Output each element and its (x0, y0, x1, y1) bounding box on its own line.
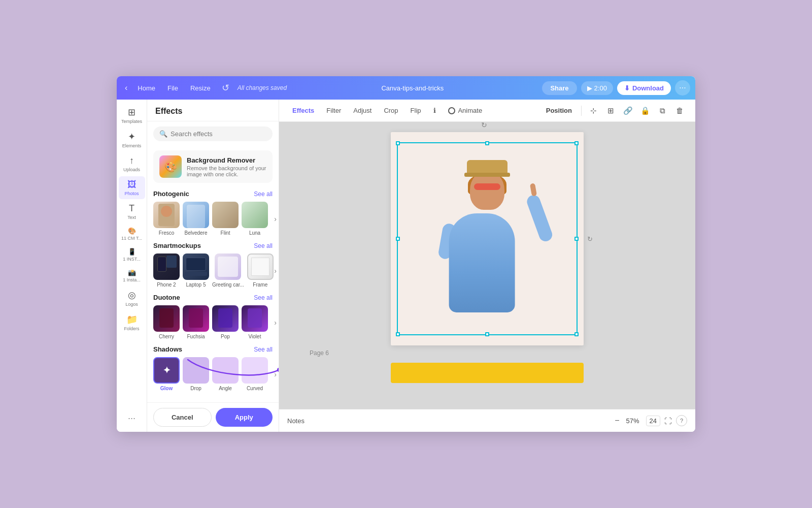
effect-laptop5[interactable]: Laptop 5 (183, 253, 209, 288)
zoom-value: 57% (624, 417, 642, 425)
drop-label: Drop (190, 386, 201, 391)
more-options-button[interactable]: ··· (675, 80, 690, 96)
nav-home-btn[interactable]: Home (132, 82, 160, 94)
tab-flip[interactable]: Flip (405, 104, 426, 117)
effect-flint[interactable]: Flint (212, 202, 239, 236)
effect-fresco[interactable]: Fresco (153, 202, 180, 236)
effect-curved[interactable]: Curved (242, 357, 268, 391)
effect-pop[interactable]: Pop (212, 305, 239, 339)
handle-middle-right[interactable] (574, 237, 579, 241)
tab-filter[interactable]: Filter (321, 104, 346, 117)
zoom-out-button[interactable]: − (615, 416, 619, 425)
woman-figure (431, 155, 543, 312)
effect-luna[interactable]: Luna (242, 202, 268, 236)
sidebar-item-elements[interactable]: ✦ Elements (119, 128, 145, 151)
tab-info[interactable]: ℹ (428, 104, 441, 117)
shadows-see-all[interactable]: See all (254, 346, 273, 353)
sidebar-item-photos[interactable]: 🖼 Photos (119, 176, 145, 199)
handle-bottom-center[interactable] (485, 332, 489, 336)
delete-icon[interactable]: 🗑 (672, 103, 687, 118)
link-icon[interactable]: 🔗 (620, 103, 635, 118)
bg-remover-subtitle: Remove the background of your image with… (187, 165, 266, 177)
nav-resize-btn[interactable]: Resize (185, 82, 216, 94)
handle-bottom-right[interactable] (574, 332, 579, 336)
background-remover-item[interactable]: 🎨 Background Remover Remove the backgrou… (153, 150, 273, 183)
effect-belvedere[interactable]: Belvedere (183, 202, 209, 236)
tab-effects[interactable]: Effects (287, 104, 319, 117)
sidebar-item-cm1[interactable]: 🎨 11 CM T... (119, 224, 145, 244)
help-button[interactable]: ? (676, 415, 687, 426)
tab-animate[interactable]: Animate (443, 104, 488, 118)
top-toolbar: Effects Filter Adjust Crop Flip ℹ Animat… (279, 100, 695, 122)
effect-angle[interactable]: Angle (212, 357, 239, 391)
curved-thumb (242, 357, 268, 384)
magic-resize-icon[interactable]: ⊹ (586, 103, 601, 118)
fullscreen-button[interactable]: ⛶ (664, 417, 672, 425)
handle-top-center[interactable] (485, 141, 489, 145)
handle-bottom-left[interactable] (396, 332, 400, 336)
sidebar-item-logos[interactable]: ◎ Logos (119, 287, 145, 310)
handle-middle-left[interactable] (396, 237, 400, 241)
position-button[interactable]: Position (541, 104, 577, 117)
page-indicator[interactable]: 24 (646, 416, 660, 426)
sidebar-item-templates[interactable]: ⊞ Templates (119, 104, 145, 127)
tab-crop[interactable]: Crop (379, 104, 403, 117)
canvas-photo (421, 150, 553, 318)
duotone-scroll-arrow[interactable]: › (274, 319, 277, 327)
download-button[interactable]: ⬇ Download (617, 81, 671, 95)
duotone-section: Duotone See all Cherry (147, 292, 279, 343)
effect-fuchsia[interactable]: Fuchsia (183, 305, 209, 339)
sidebar-item-insta2[interactable]: 📸 1 Insta... (119, 266, 145, 285)
rotate-right-handle[interactable]: ↻ (587, 235, 593, 243)
sidebar-item-inst1[interactable]: 📱 1 INST... (119, 245, 145, 265)
glasses (474, 183, 500, 190)
handle-top-right[interactable] (574, 141, 579, 145)
effect-violet[interactable]: Violet (242, 305, 268, 339)
effect-phone2[interactable]: Phone 2 (153, 253, 180, 288)
play-button[interactable]: ▶ 2:00 (581, 81, 613, 95)
photogenic-see-all[interactable]: See all (254, 190, 273, 198)
undo-icon[interactable]: ↺ (218, 80, 233, 96)
share-button[interactable]: Share (542, 81, 577, 95)
belvedere-thumb (183, 202, 209, 228)
effect-glow[interactable]: ✦ Glow (153, 357, 180, 391)
canvas-area[interactable]: ↻ (279, 122, 695, 409)
sidebar-item-text[interactable]: T Text (119, 200, 145, 223)
back-arrow-icon[interactable]: ‹ (122, 81, 130, 94)
smartmockups-see-all[interactable]: See all (254, 242, 273, 249)
lock-icon[interactable]: 🔒 (637, 103, 653, 118)
nav-file-btn[interactable]: File (162, 82, 183, 94)
grid-icon[interactable]: ⊞ (603, 103, 618, 118)
sidebar-more-button[interactable]: ··· (124, 409, 140, 428)
body (449, 213, 515, 312)
shadows-scroll-arrow[interactable]: › (274, 370, 277, 378)
glow-icon: ✦ (163, 365, 171, 376)
effect-cherry[interactable]: Cherry (153, 305, 180, 339)
search-box[interactable]: 🔍 (153, 126, 273, 141)
cancel-button[interactable]: Cancel (153, 408, 212, 427)
yellow-bar (391, 363, 584, 383)
effect-drop[interactable]: Drop (183, 357, 209, 391)
rotate-top-handle[interactable]: ↻ (481, 122, 487, 129)
curved-label: Curved (247, 386, 263, 391)
main-area: ⊞ Templates ✦ Elements ↑ Uploads 🖼 Photo… (117, 100, 695, 432)
copy-icon[interactable]: ⧉ (655, 103, 670, 118)
duotone-see-all[interactable]: See all (254, 294, 273, 301)
notes-button[interactable]: Notes (287, 417, 304, 425)
frame-thumb (247, 253, 274, 280)
uploads-icon: ↑ (129, 155, 134, 166)
sidebar-item-folders[interactable]: 📁 Folders (119, 311, 145, 334)
sidebar-item-uploads[interactable]: ↑ Uploads (119, 152, 145, 175)
folders-icon: 📁 (126, 314, 138, 325)
top-nav: ‹ Home File Resize ↺ All changes saved C… (117, 76, 695, 100)
effect-greeting[interactable]: Greeting car... (212, 253, 244, 288)
apply-button[interactable]: Apply (216, 408, 273, 427)
handle-top-left[interactable] (396, 141, 400, 145)
smartmockups-scroll-arrow[interactable]: › (274, 267, 277, 275)
bg-remover-icon: 🎨 (159, 155, 182, 178)
photogenic-scroll-arrow[interactable]: › (274, 215, 277, 223)
tab-adjust[interactable]: Adjust (348, 104, 377, 117)
effect-frame[interactable]: Frame (247, 253, 274, 288)
phone2-thumb (153, 253, 180, 280)
search-input[interactable] (171, 130, 266, 138)
